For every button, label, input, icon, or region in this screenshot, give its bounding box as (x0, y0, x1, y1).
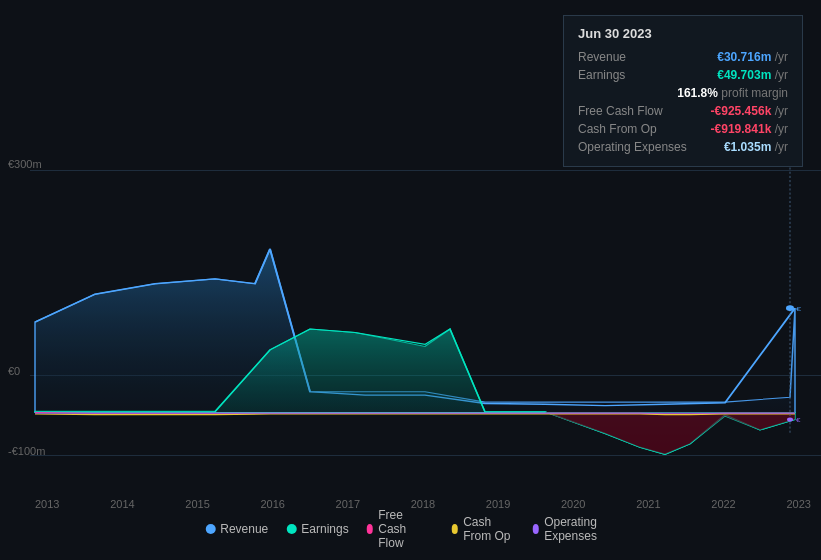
tooltip-opex: Operating Expenses €1.035m /yr (578, 138, 788, 156)
x-label-2021: 2021 (636, 498, 660, 510)
x-label-2023: 2023 (786, 498, 810, 510)
svg-text:€: € (796, 417, 801, 423)
legend-opex: Operating Expenses (533, 515, 616, 543)
svg-text:€: € (796, 305, 802, 312)
profit-margin-value: 161.8% profit margin (677, 86, 788, 100)
legend-fcf-label: Free Cash Flow (378, 508, 433, 550)
tooltip-cashop: Cash From Op -€919.841k /yr (578, 120, 788, 138)
legend-fcf-dot (367, 524, 374, 534)
cashop-label: Cash From Op (578, 122, 657, 136)
legend-earnings: Earnings (286, 522, 348, 536)
tooltip-earnings: Earnings €49.703m /yr (578, 66, 788, 84)
revenue-cursor-dot (786, 305, 794, 311)
opex-value: €1.035m /yr (724, 140, 788, 154)
revenue-label: Revenue (578, 50, 626, 64)
cashop-value: -€919.841k /yr (711, 122, 788, 136)
x-label-2014: 2014 (110, 498, 134, 510)
chart-svg: € € (0, 155, 821, 510)
legend-revenue-label: Revenue (220, 522, 268, 536)
legend-cashop-dot (452, 524, 459, 534)
fcf-label: Free Cash Flow (578, 104, 663, 118)
x-label-2022: 2022 (711, 498, 735, 510)
tooltip-profit-margin: 161.8% profit margin (578, 84, 788, 102)
opex-label: Operating Expenses (578, 140, 687, 154)
legend-cashop-label: Cash From Op (463, 515, 514, 543)
tooltip-revenue: Revenue €30.716m /yr (578, 48, 788, 66)
earnings-label: Earnings (578, 68, 625, 82)
tooltip-fcf: Free Cash Flow -€925.456k /yr (578, 102, 788, 120)
legend-fcf: Free Cash Flow (367, 508, 434, 550)
legend-opex-dot (533, 524, 540, 534)
tooltip-panel: Jun 30 2023 Revenue €30.716m /yr Earning… (563, 15, 803, 167)
legend-cashop: Cash From Op (452, 515, 515, 543)
earnings-value: €49.703m /yr (717, 68, 788, 82)
revenue-value: €30.716m /yr (717, 50, 788, 64)
fcf-value: -€925.456k /yr (711, 104, 788, 118)
chart-legend: Revenue Earnings Free Cash Flow Cash Fro… (205, 508, 616, 550)
legend-revenue-dot (205, 524, 215, 534)
legend-opex-label: Operating Expenses (544, 515, 616, 543)
legend-earnings-dot (286, 524, 296, 534)
x-label-2013: 2013 (35, 498, 59, 510)
legend-revenue: Revenue (205, 522, 268, 536)
tooltip-date: Jun 30 2023 (578, 26, 788, 41)
opex-cursor-dot (787, 417, 793, 421)
legend-earnings-label: Earnings (301, 522, 348, 536)
neg-earnings-area (545, 413, 795, 455)
